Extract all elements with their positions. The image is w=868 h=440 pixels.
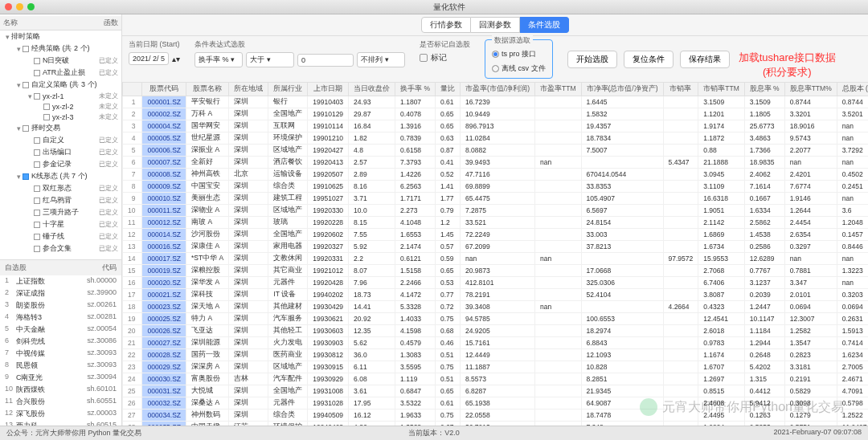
watchlist-row[interactable]: 8民恩领sz.30093 [0, 360, 121, 372]
table-row[interactable]: 7000008.SZ神州高铁北京运输设备199205072.891.42260.… [123, 169, 869, 181]
tree-section[interactable]: ▾排时策略 [0, 31, 121, 43]
table-row[interactable]: 15000019.SZ深粮控股深圳其它商业199210128.071.51580… [123, 265, 869, 277]
tree-leaf[interactable]: 参合文集已定义 [0, 242, 121, 255]
table-row[interactable]: 10000011.SZ深物业 A深圳区域地产1992033010.02.2730… [123, 205, 869, 217]
reset-button[interactable]: 复位条件 [624, 51, 674, 68]
table-row[interactable]: 11000012.SZ南玻 A深圳玻璃199202288.154.10481.2… [123, 217, 869, 229]
chevron-down-icon[interactable]: ▾ [14, 124, 23, 132]
tree-leaf[interactable]: 十字星已定义 [0, 218, 121, 230]
tree-leaf[interactable]: ATR止盈止损已定义 [0, 67, 121, 79]
column-header[interactable]: 量比 [436, 83, 461, 96]
column-header[interactable]: 市盈率(市值/净利润) [461, 83, 535, 96]
table-row[interactable]: 14000017.SZ*ST中华 A深圳文教休闲199203312.20.612… [123, 253, 869, 265]
tree-leaf[interactable]: 三项升路子已定义 [0, 206, 121, 218]
watchlist-row[interactable]: 1上证指数sh.00000 [0, 275, 121, 287]
column-header[interactable]: 总股本 (万股) [837, 83, 868, 96]
chevron-down-icon[interactable]: ▾ [14, 81, 23, 89]
column-header[interactable]: 股票代码 [142, 83, 186, 96]
table-row[interactable]: 2000002.SZ万科 A深圳全国地产1991012929.870.40780… [123, 108, 869, 120]
tab-quotes[interactable]: 行情参数 [421, 17, 471, 33]
column-header[interactable]: 股票名称 [186, 83, 229, 96]
column-header[interactable]: 换手率 % [395, 83, 436, 96]
result-grid[interactable]: 股票代码股票名称所在地域所属行业上市日期当日收盘价换手率 %量比市盈率(市值/净… [122, 82, 868, 426]
watchlist-row[interactable]: 7中视传媒sz.30093 [0, 348, 121, 360]
date-stepper[interactable]: ▴▾ [172, 55, 180, 63]
minimize-icon[interactable] [16, 3, 23, 10]
watchlist-row[interactable]: 9C南亚光sz.30094 [0, 372, 121, 384]
mark-checkbox[interactable] [420, 54, 428, 62]
table-row[interactable]: 3000004.SZ国华网安深圳互联网1991011416.841.39160.… [123, 120, 869, 132]
table-row[interactable]: 12000014.SZ沙河股份深圳全国地产199206027.551.65531… [123, 229, 869, 241]
table-row[interactable]: 17000021.SZ深科技深圳IT 设备1994020218.734.1472… [123, 289, 869, 301]
table-row[interactable]: 9000010.SZ美丽生态深圳建筑工程199510273.711.71711.… [123, 193, 869, 205]
table-row[interactable]: 16000020.SZ深华发 A深圳元器件199204287.962.24660… [123, 277, 869, 289]
column-header[interactable]: 市净率(总市值/净资产) [581, 83, 663, 96]
table-row[interactable]: 23000029.SZ深深房 A深圳区域地产199309156.113.5595… [123, 361, 869, 373]
tree-leaf[interactable]: 锤子线已定义 [0, 230, 121, 242]
table-row[interactable]: 18000023.SZ深天地 A深圳其他建材1993042914.415.332… [123, 301, 869, 313]
table-row[interactable]: 8000009.SZ中国宝安深圳综合类199106258.166.25631.4… [123, 181, 869, 193]
table-row[interactable]: 5000006.SZ深振业 A深圳区域地产199204274.80.61580.… [123, 145, 869, 157]
table-row[interactable]: 24000030.SZ富奥股份吉林汽车配件199309296.081.1190.… [123, 373, 869, 385]
column-header[interactable]: 所在地域 [229, 83, 268, 96]
tree-leaf[interactable]: yx-zl-2未定义 [0, 101, 121, 112]
tree-item[interactable]: ▾K线形态 (共 7 个) [0, 170, 121, 182]
watchlist-row[interactable]: 13西力科sh.60515 [0, 420, 121, 426]
chevron-down-icon[interactable]: ▾ [14, 173, 23, 181]
operator-select[interactable]: 大于 ▾ [246, 52, 294, 67]
watchlist-row[interactable]: 5中天金融sz.00054 [0, 324, 121, 336]
table-row[interactable]: 25000031.SZ大悦城深圳全国地产199310083.610.68470.… [123, 385, 869, 397]
tree-leaf[interactable]: 双红形态已定义 [0, 182, 121, 194]
table-row[interactable]: 6000007.SZ全新好深圳酒店餐饮199204132.577.37930.4… [123, 157, 869, 169]
watchlist-row[interactable]: 3朗姿股份sz.00261 [0, 299, 121, 312]
tab-backtest[interactable]: 回测参数 [471, 17, 520, 33]
column-header[interactable]: 市销率 [663, 83, 698, 96]
table-row[interactable]: 4000005.SZ世纪星源深圳环境保护199012101.820.78390.… [123, 132, 869, 145]
table-row[interactable]: 19000025.SZ特力 A深圳汽车服务1993062120.921.4033… [123, 313, 869, 325]
close-icon[interactable] [5, 3, 12, 10]
start-date-input[interactable]: 2021/ 2/ 5 [129, 52, 169, 65]
tree-item[interactable]: ▾经典策略 (共 2 个) [0, 43, 121, 55]
tree-leaf[interactable]: 红乌鸦背已定义 [0, 194, 121, 206]
tree-leaf[interactable]: yx-zl-3未定义 [0, 112, 121, 122]
column-header[interactable]: 市销率TTM [698, 83, 744, 96]
tree-item[interactable]: ▾择时交易 [0, 122, 121, 134]
chevron-down-icon[interactable]: ▾ [14, 45, 23, 53]
column-header[interactable]: 当日收盘价 [349, 83, 395, 96]
radio-off-icon [492, 65, 499, 72]
tree-leaf[interactable]: 出场编口已定义 [0, 146, 121, 158]
table-row[interactable]: 13000016.SZ深康佳 A深圳家用电器199203275.922.1474… [123, 241, 869, 253]
factor-select[interactable]: 换手率 % ▾ [194, 52, 243, 67]
watchlist-row[interactable]: 10陕西煤铁sh.60101 [0, 384, 121, 396]
value-input[interactable]: 0 [297, 54, 354, 67]
watchlist-row[interactable]: 2深证成指sz.39900 [0, 287, 121, 299]
radio-tspro[interactable]: ts pro 接口 [492, 48, 546, 60]
watchlist-row[interactable]: 6剑科兜线sz.30086 [0, 336, 121, 348]
tree-leaf[interactable]: ▾yx-zl-1未定义 [0, 91, 121, 101]
table-row[interactable]: 1000001.SZ平安银行深圳银行1991040324.931.18070.6… [123, 96, 869, 108]
column-header[interactable]: 股息率TTM% [784, 83, 837, 96]
column-header[interactable]: 股息率 % [744, 83, 784, 96]
run-button[interactable]: 开始选股 [567, 51, 617, 68]
table-row[interactable]: 20000026.SZ飞亚达深圳其他轻工1993060312.354.15980… [123, 325, 869, 337]
sort-select[interactable]: 不排列 ▾ [357, 52, 405, 67]
table-row[interactable]: 21000027.SZ深圳能源深圳火力发电199309035.620.45790… [123, 337, 869, 349]
column-header[interactable]: 所属行业 [268, 83, 308, 96]
watchlist-row[interactable]: 4海格转3sz.00281 [0, 312, 121, 324]
save-button[interactable]: 保存结果 [680, 51, 730, 68]
tab-screener[interactable]: 条件选股 [520, 17, 569, 33]
chevron-down-icon[interactable]: ▾ [26, 92, 34, 100]
watchlist-row[interactable]: 12深飞股份sz.00003 [0, 408, 121, 420]
column-header[interactable] [123, 83, 142, 96]
chevron-down-icon[interactable]: ▾ [3, 33, 11, 41]
tree-item[interactable]: ▾自定义策略 (共 3 个) [0, 79, 121, 91]
column-header[interactable]: 上市日期 [308, 83, 349, 96]
tree-leaf[interactable]: N日突破已定义 [0, 55, 121, 67]
maximize-icon[interactable] [27, 3, 35, 10]
radio-csv[interactable]: 离线 csv 文件 [492, 63, 546, 75]
table-row[interactable]: 22000028.SZ国药一致深圳医药商业1993081236.01.30830… [123, 349, 869, 361]
tree-leaf[interactable]: 自定义已定义 [0, 134, 121, 146]
watchlist-row[interactable]: 11合兴股份sh.60551 [0, 396, 121, 408]
column-header[interactable]: 市盈率TTM [535, 83, 581, 96]
tree-leaf[interactable]: 参金记录已定义 [0, 158, 121, 170]
